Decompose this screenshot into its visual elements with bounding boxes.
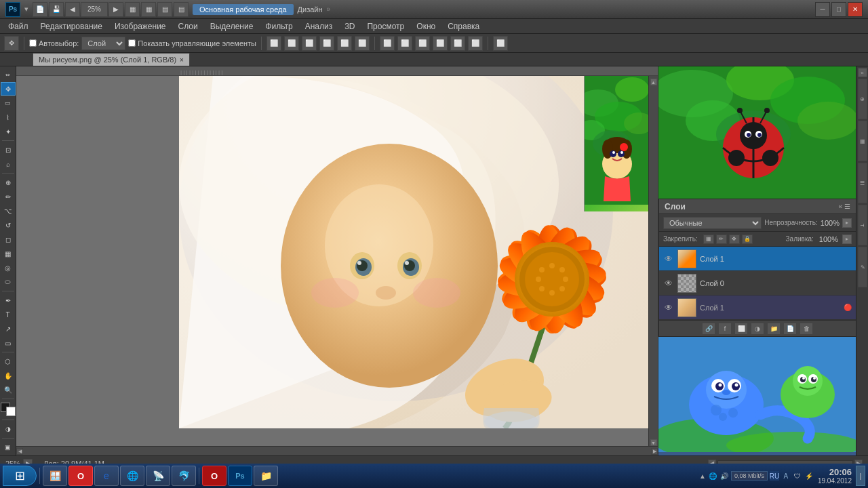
tool-brush[interactable]: ✏ [1,190,16,203]
tool-shape[interactable]: ▭ [1,336,16,350]
layer-item-0[interactable]: 👁 Слой 1 [659,247,856,271]
panel-strip-icon3[interactable]: ☰ [858,163,867,203]
background-color[interactable] [6,407,16,416]
tool-magic-wand[interactable]: ✦ [1,125,16,138]
autoselect-input[interactable] [29,39,37,47]
tool-path-select[interactable]: ↗ [1,322,16,336]
view-btn3[interactable]: ▤ [157,2,172,17]
layers-menu-btn[interactable]: ☰ [844,203,850,210]
fill-arrow[interactable]: ▸ [842,235,852,244]
layer-mask-btn[interactable]: ⬜ [734,323,748,335]
autoselect-type[interactable]: Слой Группа [81,37,125,50]
lock-transparent-btn[interactable]: ▦ [703,235,714,244]
menu-image[interactable]: Изображение [109,20,172,33]
tool-marquee[interactable]: ▭ [1,96,16,110]
tool-expand-icon[interactable]: ⇔ [1,68,16,81]
scroll-up-btn[interactable]: ▲ [650,79,657,85]
menu-help[interactable]: Справка [442,20,485,33]
align-right-btn[interactable]: ⬜ [302,36,317,51]
minimize-button[interactable]: ─ [815,2,830,17]
layer-item-1[interactable]: 👁 Слой 0 [659,271,856,296]
align-center-btn[interactable]: ⬜ [284,36,299,51]
start-button[interactable]: ⊞ [3,466,37,486]
view-btn4[interactable]: ▤ [174,2,189,17]
tool-eraser[interactable]: ◻ [1,232,16,246]
taskbar-app-windows[interactable]: 🪟 [43,466,67,486]
dist-btn2[interactable]: ⬜ [397,36,412,51]
maximize-button[interactable]: □ [831,2,846,17]
dist-btn4[interactable]: ⬜ [433,36,448,51]
view-btn2[interactable]: ▦ [141,2,156,17]
taskbar-app-broadcast[interactable]: 📡 [146,466,170,486]
layer-blend-mode[interactable]: Обычные Умножение Экран [663,217,762,229]
tool-hand[interactable]: ✋ [1,369,16,382]
menu-select[interactable]: Выделение [205,20,259,33]
scroll-left-btn[interactable]: ◀ [16,448,23,455]
show-desktop-btn[interactable]: | [856,466,865,486]
lock-position-btn[interactable]: ✥ [729,235,740,244]
tool-eyedropper[interactable]: ⌕ [1,157,16,171]
layer-visibility-1[interactable]: 👁 [663,278,674,289]
tool-lasso[interactable]: ⌇ [1,110,16,124]
zoom-value[interactable]: 25% [81,2,108,17]
scroll-down-btn[interactable]: ▼ [650,439,657,446]
tool-move[interactable]: ✥ [1,82,16,96]
panel-strip-icon1[interactable]: ⊕ [858,79,867,119]
canvas-scroll-vertical[interactable]: ▲ ▼ [648,76,658,446]
taskbar-app-network[interactable]: 🌐 [120,466,144,486]
layer-adjustment-btn[interactable]: ◑ [751,323,764,335]
menu-analysis[interactable]: Анализ [300,20,338,33]
menu-edit[interactable]: Редактирование [35,20,108,33]
layer-link-btn[interactable]: 🔗 [702,323,715,335]
taskbar-app-ie[interactable]: e [94,466,119,486]
layers-expand-btn[interactable]: « [838,203,842,210]
panel-strip-icon2[interactable]: ▦ [858,121,867,161]
color-swatches[interactable] [1,403,16,416]
doc-tab-active[interactable]: Мы рисуем.png @ 25% (Слой 1, RGB/8) × [33,53,190,66]
dist-btn3[interactable]: ⬜ [415,36,430,51]
layer-visibility-0[interactable]: 👁 [663,253,674,264]
panel-strip-icon4[interactable]: T [858,205,867,245]
titlebar-window-controls[interactable]: ─ □ ✕ [815,2,863,17]
menu-filter[interactable]: Фильтр [260,20,298,33]
opacity-value[interactable]: 100% [821,219,840,227]
save-icon[interactable]: 💾 [49,2,64,17]
panel-collapse-btn[interactable]: « [858,68,867,77]
doc-icon[interactable]: 📄 [33,2,47,17]
align-mid-btn[interactable]: ⬜ [337,36,352,51]
workspace-label[interactable]: Основная рабочая среда [193,4,294,15]
layer-group-btn[interactable]: 📁 [767,323,781,335]
move-tool-icon[interactable]: ✥ [4,36,19,51]
panel-strip-icon5[interactable]: ✎ [858,247,867,287]
view-btn[interactable]: ▦ [125,2,140,17]
align-left-btn[interactable]: ⬜ [267,36,281,51]
align-bottom-btn[interactable]: ⬜ [355,36,370,51]
opacity-arrow[interactable]: ▸ [842,218,852,228]
canvas-area[interactable] [16,76,648,446]
zoom-in-btn[interactable]: ▶ [108,2,123,17]
tool-dodge[interactable]: ⬭ [1,275,16,289]
show-controls-checkbox[interactable]: Показать управляющие элементы [128,39,256,47]
tool-pen[interactable]: ✒ [1,293,16,307]
tool-clone[interactable]: ⌥ [1,204,16,218]
tool-3d[interactable]: ⬡ [1,354,16,368]
more-workspaces-icon[interactable]: » [327,5,331,13]
tool-history-brush[interactable]: ↺ [1,218,16,232]
tray-show-hidden[interactable]: ▲ [699,472,706,480]
menu-view[interactable]: Просмотр [361,20,410,33]
layer-effects-btn[interactable]: f [718,323,732,335]
tool-blur[interactable]: ◎ [1,261,16,274]
zoom-out-btn[interactable]: ◀ [65,2,80,17]
show-controls-input[interactable] [128,39,136,47]
zoom-controls[interactable]: ◀ 25% ▶ [65,2,123,17]
menu-layers[interactable]: Слои [173,20,203,33]
dist-btn5[interactable]: ⬜ [450,36,465,51]
menu-window[interactable]: Окно [411,20,441,33]
lock-paint-btn[interactable]: ✏ [716,235,727,244]
lock-all-btn[interactable]: 🔒 [742,235,753,244]
tool-zoom[interactable]: 🔍 [1,383,16,396]
tool-gradient[interactable]: ▦ [1,247,16,260]
scroll-right-btn[interactable]: ▶ [651,448,658,455]
clock[interactable]: 20:06 19.04.2012 [818,467,852,485]
fill-value[interactable]: 100% [819,235,838,243]
